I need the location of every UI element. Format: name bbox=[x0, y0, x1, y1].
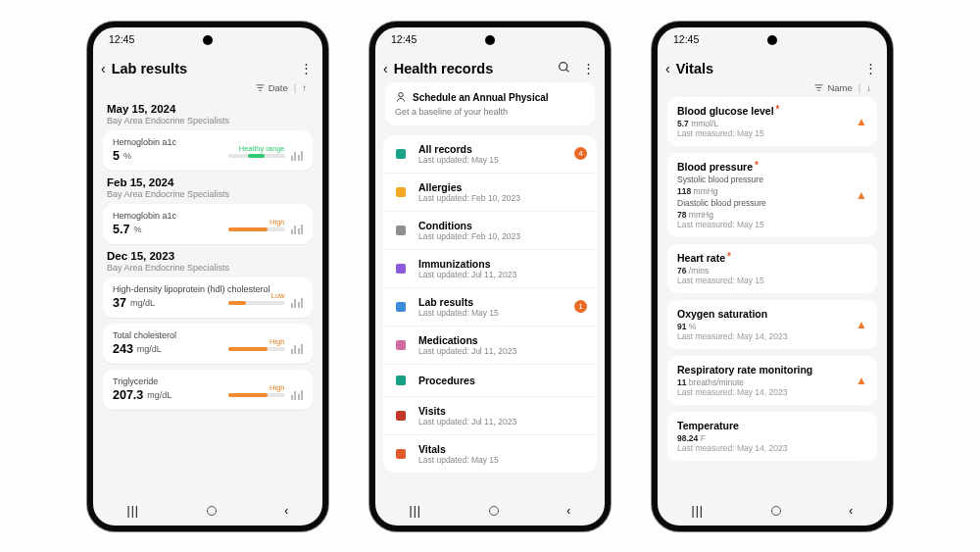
vital-card[interactable]: Respiratory rate monitoring11 breaths/mi… bbox=[667, 356, 877, 405]
category-row[interactable]: Lab resultsLast updated: May 151 bbox=[383, 287, 597, 326]
recents-icon[interactable]: ||| bbox=[127, 504, 139, 518]
category-title: Immunizations bbox=[418, 258, 587, 270]
search-icon[interactable] bbox=[558, 61, 570, 76]
lab-result-card[interactable]: High-density lipoprotein (hdl) cholester… bbox=[103, 277, 313, 318]
sort-arrow-icon: ↓ bbox=[866, 82, 871, 93]
category-title: Medications bbox=[418, 334, 587, 346]
vital-card[interactable]: Heart rate*76 /minsLast measured: May 15 bbox=[667, 244, 877, 293]
vital-value-row: 11 breaths/minute bbox=[677, 377, 867, 387]
vital-last-measured: Last measured: May 15 bbox=[677, 276, 867, 285]
count-badge: 1 bbox=[574, 300, 587, 313]
metric-unit: mg/dL bbox=[147, 390, 172, 400]
home-icon[interactable] bbox=[207, 506, 217, 516]
back-icon[interactable]: ‹ bbox=[383, 61, 388, 76]
back-nav-icon[interactable]: ‹ bbox=[566, 504, 570, 518]
vital-card[interactable]: Blood glucose level*5.7 mmol/LLast measu… bbox=[667, 97, 877, 146]
camera-hole bbox=[485, 35, 495, 45]
svg-rect-3 bbox=[396, 149, 406, 159]
sort-control[interactable]: Name | ↓ bbox=[658, 82, 887, 97]
vital-subhead: Systolic blood pressure bbox=[677, 175, 867, 184]
svg-line-1 bbox=[566, 69, 568, 71]
trend-icon bbox=[291, 224, 304, 234]
app-header: ‹ Lab results ⋮ bbox=[93, 55, 322, 82]
category-row[interactable]: VitalsLast updated: May 15 bbox=[383, 434, 597, 473]
category-row[interactable]: AllergiesLast updated: Feb 10, 2023 bbox=[383, 173, 597, 211]
vital-card[interactable]: Temperature98.24 FLast measured: May 14,… bbox=[667, 412, 877, 461]
home-icon[interactable] bbox=[771, 506, 781, 516]
vital-card[interactable]: Blood pressure*Systolic blood pressure11… bbox=[667, 153, 877, 237]
recents-icon[interactable]: ||| bbox=[692, 504, 704, 518]
group-date: May 15, 2024 bbox=[107, 103, 309, 115]
app-header: ‹ Health records ⋮ bbox=[375, 55, 605, 82]
back-icon[interactable]: ‹ bbox=[665, 61, 670, 76]
category-row[interactable]: VisitsLast updated: Jul 11, 2023 bbox=[383, 396, 597, 434]
warning-icon: ▲ bbox=[856, 374, 867, 387]
back-nav-icon[interactable]: ‹ bbox=[849, 504, 853, 518]
status-badge: High bbox=[270, 383, 284, 392]
category-title: Visits bbox=[418, 405, 587, 417]
svg-rect-10 bbox=[396, 411, 406, 421]
range-bar: High bbox=[228, 393, 285, 397]
vital-title: Oxygen saturation bbox=[677, 308, 867, 320]
category-subtitle: Last updated: Feb 10, 2023 bbox=[418, 231, 587, 241]
category-icon bbox=[393, 408, 409, 424]
trend-icon bbox=[291, 343, 304, 354]
vital-card[interactable]: Oxygen saturation91 %Last measured: May … bbox=[667, 300, 877, 349]
warning-icon: ▲ bbox=[856, 115, 867, 128]
category-subtitle: Last updated: May 15 bbox=[418, 155, 564, 165]
system-nav: ||| ‹ bbox=[93, 500, 322, 522]
camera-hole bbox=[203, 35, 213, 45]
back-nav-icon[interactable]: ‹ bbox=[284, 504, 288, 518]
svg-rect-6 bbox=[396, 264, 406, 274]
vital-title: Blood pressure* bbox=[677, 161, 867, 173]
svg-rect-11 bbox=[396, 449, 406, 459]
metric-unit: % bbox=[123, 151, 131, 161]
category-icon bbox=[393, 184, 409, 200]
lab-results-list[interactable]: May 15, 2024Bay Area Endocrine Specialis… bbox=[93, 97, 322, 507]
svg-point-0 bbox=[560, 62, 567, 70]
lab-result-card[interactable]: Total cholesterol243mg/dLHigh bbox=[103, 324, 313, 364]
category-row[interactable]: ImmunizationsLast updated: Jul 11, 2023 bbox=[383, 249, 597, 287]
phone-vitals: 12:45 ‹ Vitals ⋮ Name | ↓ Blood glucose … bbox=[652, 22, 893, 531]
page-title: Vitals bbox=[676, 61, 853, 76]
vital-last-measured: Last measured: May 14, 2023 bbox=[677, 443, 867, 453]
lab-result-card[interactable]: Hemoglobin a1c5.7%High bbox=[103, 204, 313, 244]
trend-icon bbox=[291, 297, 304, 308]
banner-title: Schedule an Annual Physical bbox=[413, 92, 549, 103]
metric-value: 5 bbox=[113, 149, 120, 163]
vitals-list[interactable]: Blood glucose level*5.7 mmol/LLast measu… bbox=[658, 97, 887, 507]
back-icon[interactable]: ‹ bbox=[101, 61, 106, 76]
category-row[interactable]: Procedures bbox=[383, 364, 597, 396]
status-badge: High bbox=[270, 218, 284, 226]
group-provider: Bay Area Endocrine Specialists bbox=[107, 116, 309, 125]
recents-icon[interactable]: ||| bbox=[410, 504, 421, 518]
vital-last-measured: Last measured: May 14, 2023 bbox=[677, 331, 867, 341]
category-row[interactable]: All recordsLast updated: May 154 bbox=[383, 135, 597, 173]
category-row[interactable]: ConditionsLast updated: Feb 10, 2023 bbox=[383, 211, 597, 249]
more-icon[interactable]: ⋮ bbox=[300, 61, 313, 75]
more-icon[interactable]: ⋮ bbox=[864, 61, 877, 75]
lab-result-card[interactable]: Hemoglobin a1c5%Healthy range bbox=[103, 130, 313, 171]
sort-arrow-icon: ↑ bbox=[302, 82, 307, 93]
lab-result-card[interactable]: Triglyceride207.3mg/dLHigh bbox=[103, 370, 313, 410]
category-row[interactable]: MedicationsLast updated: Jul 11, 2023 bbox=[383, 326, 597, 364]
status-badge: Healthy range bbox=[239, 144, 285, 153]
count-badge: 4 bbox=[574, 147, 587, 160]
sort-control[interactable]: Date | ↑ bbox=[93, 82, 322, 97]
home-icon[interactable] bbox=[489, 506, 499, 516]
metric-unit: mg/dL bbox=[130, 298, 155, 308]
more-icon[interactable]: ⋮ bbox=[582, 61, 595, 75]
trend-icon bbox=[291, 150, 304, 161]
vital-title: Respiratory rate monitoring bbox=[677, 364, 867, 376]
svg-point-2 bbox=[399, 92, 404, 97]
annual-physical-banner[interactable]: Schedule an Annual Physical Get a baseli… bbox=[385, 82, 595, 125]
metric-value: 243 bbox=[113, 342, 133, 356]
vital-title: Temperature bbox=[677, 420, 867, 431]
category-subtitle: Last updated: Jul 11, 2023 bbox=[418, 346, 587, 356]
app-header: ‹ Vitals ⋮ bbox=[658, 55, 887, 82]
camera-hole bbox=[767, 35, 777, 45]
category-title: Allergies bbox=[418, 181, 587, 193]
warning-icon: ▲ bbox=[856, 188, 867, 202]
range-bar: Healthy range bbox=[228, 154, 285, 158]
trend-icon bbox=[291, 389, 304, 400]
